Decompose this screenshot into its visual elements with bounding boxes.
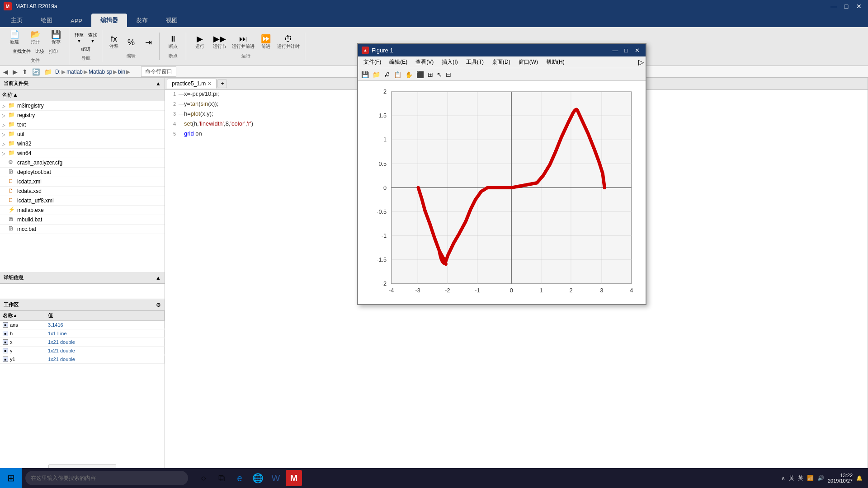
fig-tb-pan[interactable]: ✋ xyxy=(404,70,414,80)
fig-menu-window[interactable]: 窗口(W) xyxy=(515,57,542,67)
col-name[interactable]: 名称▲ xyxy=(0,90,165,100)
list-item[interactable]: 🖹 mbuild.bat xyxy=(0,215,165,225)
taskbar-ie[interactable]: 🌐 xyxy=(250,470,266,486)
taskbar-search[interactable] xyxy=(25,471,188,485)
print-button[interactable]: 打印 xyxy=(47,47,60,56)
tab-close-icon[interactable]: ✕ xyxy=(208,81,212,87)
save-button[interactable]: 💾 保存 xyxy=(46,29,66,47)
tab-home[interactable]: 主页 xyxy=(2,14,32,27)
tab-view[interactable]: 视图 xyxy=(157,14,187,27)
close-button[interactable]: ✕ xyxy=(854,2,864,11)
run-button[interactable]: ▶ 运行 xyxy=(190,33,210,51)
browse-button[interactable]: 📁 xyxy=(43,68,53,75)
tray-ime[interactable]: 黄 xyxy=(789,474,794,482)
compare-button[interactable]: 比较 xyxy=(33,47,46,56)
fig-menu-tools[interactable]: 工具(T) xyxy=(462,57,487,67)
details-expand[interactable]: ▲ xyxy=(156,275,161,281)
taskbar-cortana[interactable]: ○ xyxy=(195,470,212,486)
run-time-button[interactable]: ⏱ 运行并计时 xyxy=(275,33,302,51)
editor-tab-practice[interactable]: practice5_1.m ✕ xyxy=(167,79,217,89)
expand-icon[interactable]: ▷ xyxy=(2,113,7,118)
list-item[interactable]: ▷ 📁 text xyxy=(0,120,165,130)
list-item[interactable]: ▷ 📁 win32 xyxy=(0,139,165,149)
figure-close[interactable]: ✕ xyxy=(632,46,642,55)
ws-col-val[interactable]: 值 xyxy=(45,311,165,320)
tab-add-button[interactable]: + xyxy=(217,79,227,88)
new-button[interactable]: 📄 新建 xyxy=(5,29,24,47)
restore-button[interactable]: □ xyxy=(841,2,852,11)
ws-row-y[interactable]: ■ y 1x21 double xyxy=(0,347,165,355)
fig-tb-open[interactable]: 📁 xyxy=(371,70,382,80)
ws-row-ans[interactable]: ■ ans 3.1416 xyxy=(0,321,165,329)
forward-button[interactable]: ▶ xyxy=(11,68,19,75)
expand-icon[interactable]: ▷ xyxy=(2,151,7,156)
list-item[interactable]: ⚙ crash_analyzer.cfg xyxy=(0,158,165,168)
figure-minimize[interactable]: — xyxy=(610,46,620,55)
list-item[interactable]: 🗋 lcdata.xml xyxy=(0,177,165,187)
tray-volume[interactable]: 🔊 xyxy=(817,475,824,481)
system-clock[interactable]: 13:22 2019/10/27 xyxy=(828,473,853,483)
start-button[interactable]: ⊞ xyxy=(0,468,22,488)
fig-tb-cursor[interactable]: ↖ xyxy=(435,70,443,80)
ws-row-y1[interactable]: ■ y1 1x21 double xyxy=(0,355,165,364)
expand-icon[interactable]: ▷ xyxy=(2,122,7,127)
advance-button[interactable]: ⏩ 前进 xyxy=(258,33,274,51)
taskbar-word[interactable]: W xyxy=(268,470,284,486)
back-button[interactable]: ◀ xyxy=(2,68,9,75)
fig-menu-expand[interactable]: ▷ xyxy=(638,58,644,66)
format-button[interactable]: % xyxy=(123,37,139,48)
ws-col-name[interactable]: 名称▲ xyxy=(0,311,45,320)
tray-network[interactable]: 📶 xyxy=(807,475,814,481)
fig-tb-copy[interactable]: 📋 xyxy=(392,70,403,80)
list-item[interactable]: ▷ 📁 m3iregistry xyxy=(0,101,165,111)
list-item[interactable]: 🗋 lcdata_utf8.xml xyxy=(0,196,165,206)
workspace-expand[interactable]: ⚙ xyxy=(156,302,161,308)
refresh-button[interactable]: 🔄 xyxy=(31,68,41,75)
list-item[interactable]: 🗋 lcdata.xsd xyxy=(0,187,165,196)
tab-app[interactable]: APP xyxy=(61,15,91,27)
indent2-button[interactable]: ⇥ xyxy=(140,37,156,48)
tray-arrow[interactable]: ∧ xyxy=(781,475,785,481)
taskbar-matlab[interactable]: M xyxy=(286,470,302,486)
fig-menu-help[interactable]: 帮助(H) xyxy=(542,57,568,67)
taskbar-task-view[interactable]: ⧉ xyxy=(213,470,230,486)
expand-icon[interactable]: ▷ xyxy=(2,141,7,146)
fig-tb-data[interactable]: ⊟ xyxy=(444,70,453,80)
ws-row-x[interactable]: ■ x 1x21 double xyxy=(0,338,165,347)
expand-icon[interactable]: ▷ xyxy=(2,103,7,108)
tab-editor[interactable]: 编辑器 xyxy=(91,14,127,27)
find-file-button[interactable]: 查找文件 xyxy=(11,47,33,56)
comment-button[interactable]: fx 注释 xyxy=(106,33,122,51)
tab-plot[interactable]: 绘图 xyxy=(32,14,61,27)
ws-row-h[interactable]: ■ h 1x1 Line xyxy=(0,329,165,338)
list-item[interactable]: ▷ 📁 registry xyxy=(0,111,165,120)
fig-tb-save[interactable]: 💾 xyxy=(360,70,370,80)
indent-button[interactable]: 缩进 xyxy=(80,45,92,53)
tray-ime-label[interactable]: 英 xyxy=(798,474,803,482)
fig-menu-insert[interactable]: 插入(I) xyxy=(438,57,461,67)
fig-menu-file[interactable]: 文件(F) xyxy=(360,57,385,67)
breakpoint-button[interactable]: ⏸ 断点 xyxy=(163,33,183,51)
list-item[interactable]: ▷ 📁 win64 xyxy=(0,149,165,158)
fig-menu-edit[interactable]: 编辑(E) xyxy=(386,57,411,67)
tab-publish[interactable]: 发布 xyxy=(127,14,157,27)
list-item[interactable]: 🖹 deploytool.bat xyxy=(0,168,165,177)
expand-icon[interactable]: ▷ xyxy=(2,132,7,137)
fig-tb-zoom-grid[interactable]: ⊞ xyxy=(426,70,434,80)
list-item[interactable]: 🖹 mcc.bat xyxy=(0,225,165,234)
notification-icon[interactable]: 🔔 xyxy=(856,475,863,481)
open-button[interactable]: 📂 打开 xyxy=(25,29,45,47)
folder-panel-expand[interactable]: ▲ xyxy=(156,80,161,87)
run-advance-button[interactable]: ⏭ 运行并前进 xyxy=(230,33,257,51)
list-item[interactable]: ⚡ matlab.exe xyxy=(0,206,165,215)
figure-restore[interactable]: □ xyxy=(621,46,631,55)
goto-button[interactable]: 转至 ▼ xyxy=(73,31,85,44)
list-item[interactable]: ▷ 📁 util xyxy=(0,130,165,139)
fig-tb-print[interactable]: 🖨 xyxy=(382,70,392,80)
taskbar-edge[interactable]: e xyxy=(231,470,248,486)
fig-menu-desktop[interactable]: 桌面(D) xyxy=(488,57,514,67)
run-section-button[interactable]: ▶▶ 运行节 xyxy=(211,33,229,51)
minimize-button[interactable]: — xyxy=(828,2,839,11)
up-button[interactable]: ⬆ xyxy=(21,68,29,75)
fig-menu-view[interactable]: 查看(V) xyxy=(412,57,437,67)
